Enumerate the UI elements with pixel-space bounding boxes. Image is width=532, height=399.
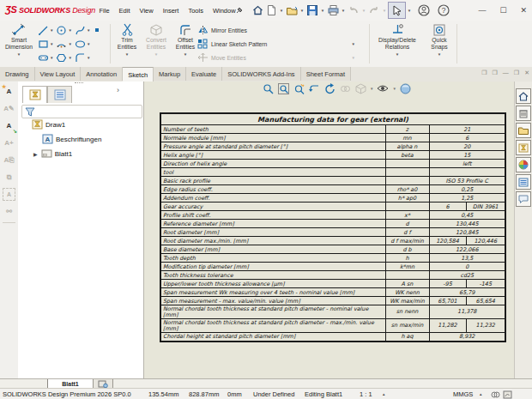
quick-snaps-button[interactable]: Quick Snaps ▼ (425, 22, 454, 58)
gear-table-row[interactable]: Helix angle [°]beta15 (160, 151, 505, 160)
gear-table-row[interactable]: Number of teethz21 (160, 125, 505, 134)
design-library-icon[interactable] (516, 140, 531, 155)
minimize-button[interactable]: — (478, 6, 486, 15)
tree-item-blatt1[interactable]: ▶Blatt1 (33, 148, 72, 159)
gear-table-row[interactable]: Root diameter [mm]d f120,845 (160, 228, 505, 237)
tab-evaluate[interactable]: Evaluate (186, 67, 222, 81)
spline-tool-icon[interactable] (75, 25, 86, 36)
mirror-entities-button[interactable]: Mirror Entities (197, 23, 355, 37)
maximize-button[interactable]: ☐ (499, 6, 506, 15)
gear-table-row[interactable]: Modification tip diameter [mm]k*mn0 (160, 263, 505, 271)
gear-table-row[interactable]: Basic rack profileISO 53 Profile C (160, 177, 505, 185)
gear-table-row[interactable]: Root diameter max./min. [mm]d f max/min1… (160, 237, 505, 245)
property-manager-tab[interactable] (47, 86, 72, 103)
new-document-icon[interactable] (264, 3, 278, 18)
open-icon[interactable] (285, 3, 299, 18)
polygon-tool-icon[interactable] (56, 52, 67, 63)
status-icon-2[interactable] (503, 390, 512, 399)
format-painter-icon[interactable]: A➘ (3, 119, 15, 132)
tab-annotation[interactable]: Annotation (81, 67, 123, 81)
rectangle-tool-icon[interactable] (38, 39, 49, 50)
tree-item-draw1[interactable]: Draw1 (23, 119, 65, 130)
ellipse-tool-icon[interactable] (75, 39, 86, 50)
smart-dimension-button[interactable]: Smart Dimension ▼ (2, 22, 36, 58)
appearances-icon[interactable] (516, 157, 531, 172)
offset-entities-button[interactable]: Offset Entities ▼ (171, 22, 200, 58)
gear-table-row[interactable]: Tooth depthh13,5 (160, 254, 505, 263)
panel-grip[interactable] (75, 82, 83, 85)
gear-table-row[interactable]: Tooth thickness tolerancecd25 (160, 271, 505, 280)
gear-table-row[interactable]: Normale module [mm]mn6 (160, 134, 505, 142)
gear-table-row[interactable]: Edge radius coeff.rho* a00,25 (160, 185, 505, 194)
comments-icon[interactable] (516, 191, 531, 207)
gear-table-row[interactable]: Normal chordal tooth thickness at standa… (160, 319, 505, 333)
zoom-to-area-icon[interactable] (293, 82, 305, 94)
hide-show-icon[interactable] (377, 82, 389, 94)
doc-restore2-icon[interactable]: ❐ (493, 70, 498, 76)
save-icon[interactable] (305, 3, 319, 18)
tab-sketch[interactable]: Sketch (123, 67, 154, 82)
doc-close-icon[interactable]: ✕ (524, 70, 529, 76)
units-dropdown-icon[interactable]: ▲ (479, 392, 482, 396)
home-icon[interactable] (251, 3, 264, 18)
sheet-scale[interactable]: 1 : 1 (360, 390, 372, 398)
gear-table-title[interactable]: Manufacturing data for gear (external) (160, 113, 505, 125)
status-icon-1[interactable] (491, 390, 500, 399)
tree-item-beschriftungen[interactable]: ABeschriftungen (33, 134, 101, 144)
file-explorer-icon[interactable] (516, 123, 531, 138)
select-tool-button[interactable] (388, 2, 406, 19)
menu-tools[interactable]: Tools (184, 7, 209, 15)
display-delete-relations-button[interactable]: Display/Delete Relations ▼ (372, 22, 423, 58)
tab-sheet-format[interactable]: Sheet Format (301, 67, 351, 81)
close-button[interactable]: ✕ (520, 6, 527, 15)
menu-insert[interactable]: Insert (158, 7, 184, 15)
resources-icon[interactable] (516, 106, 531, 121)
gear-table-row[interactable]: Chordal height at standard pitch diamete… (160, 333, 505, 342)
view-settings-icon[interactable] (400, 82, 412, 94)
doc-minimize-icon[interactable]: — (503, 70, 509, 76)
doc-restore-icon[interactable]: ❐ (481, 70, 487, 76)
expander-icon[interactable]: ▶ (33, 151, 38, 157)
units-label[interactable]: MMGS (453, 390, 473, 398)
circle-tool-icon[interactable] (56, 25, 67, 36)
gear-table-row[interactable]: Profile shift coeff.x*0,45 (160, 211, 505, 220)
gear-table-row[interactable]: Addendum coeff.h* ap01,25 (160, 194, 505, 203)
slot-tool-icon[interactable] (38, 52, 49, 63)
gear-table-row[interactable]: tool (160, 168, 505, 177)
trim-entities-button[interactable]: Trim Entities ▼ (112, 22, 142, 58)
gear-table-row[interactable]: Base diameter [mm]d b122,066 (160, 245, 505, 254)
expand-panel-icon[interactable]: › (117, 86, 119, 103)
zoom-to-fit-icon[interactable] (277, 82, 289, 94)
tab-view-layout[interactable]: View Layout (35, 67, 82, 81)
linear-pattern-button[interactable]: Linear Sketch Pattern ▼ (197, 37, 355, 51)
menu-file[interactable]: File (94, 7, 114, 15)
print-icon[interactable] (326, 3, 340, 18)
tree-filter[interactable] (21, 105, 142, 118)
line-tool-icon[interactable] (38, 25, 49, 36)
tab-solidworks-add-ins[interactable]: SOLIDWORKS Add-Ins (222, 67, 300, 81)
zoom-icon[interactable] (262, 82, 274, 94)
gear-table-row[interactable]: Span measurement - max. value/min. value… (160, 297, 505, 305)
previous-view-icon[interactable] (308, 82, 320, 94)
help-icon[interactable]: ? (437, 3, 450, 18)
home-tab-icon[interactable] (516, 88, 531, 104)
gear-data-table[interactable]: Manufacturing data for gear (external) N… (160, 112, 506, 342)
gear-table-row[interactable]: Direction of helix angleleft (160, 160, 505, 168)
doc-maximize-icon[interactable]: ❐ (514, 70, 519, 76)
fillet-tool-icon[interactable] (75, 52, 86, 63)
note-icon[interactable]: A★ (3, 85, 15, 98)
menu-view[interactable]: View (135, 7, 158, 15)
tab-markup[interactable]: Markup (154, 67, 186, 81)
pin-icon[interactable] (235, 6, 244, 15)
gear-table-row[interactable]: Gear accuracy6DIN 3961 (160, 203, 505, 211)
rotate-view-icon[interactable] (323, 82, 336, 94)
gear-table-row[interactable]: Span measurement Wk measuring over 4 tee… (160, 288, 505, 297)
gear-table-row[interactable]: Normal chordal tooth thickness at standa… (160, 305, 505, 319)
custom-properties-icon[interactable] (516, 174, 531, 190)
gear-table-row[interactable]: Upper/lower tooth thickness allowance [µ… (160, 280, 505, 288)
scale-dropdown-icon[interactable]: ▲ (382, 392, 385, 396)
gear-table-row[interactable]: Pressure angle at standard pitch diamete… (160, 142, 505, 151)
arc-tool-icon[interactable] (56, 39, 67, 50)
menu-edit[interactable]: Edit (114, 7, 135, 15)
point-tool-icon[interactable] (94, 27, 100, 33)
